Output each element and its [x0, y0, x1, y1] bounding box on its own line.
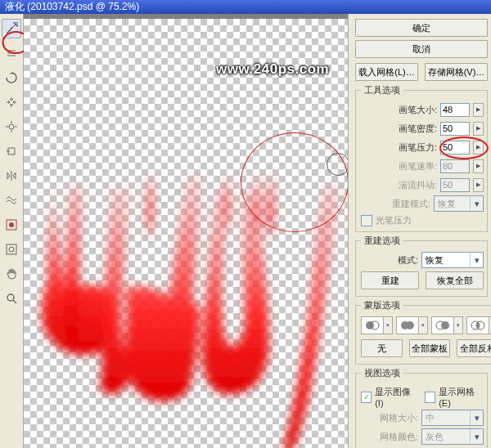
brush-density-row: 画笔密度: 50 ▶: [361, 120, 484, 137]
recon-mode-row: 重建模式: 恢复▾: [361, 195, 484, 212]
mask-mode-row: ▾ ▾ ▾ ▾: [361, 316, 491, 334]
brush-size-stepper[interactable]: ▶: [473, 103, 484, 117]
bloat-tool[interactable]: [2, 117, 21, 137]
recon-mode2-combo[interactable]: 恢复▾: [421, 252, 484, 268]
mesh-size-combo: 中▾: [421, 410, 484, 426]
turb-jitter-label: 湍流抖动:: [361, 179, 437, 191]
mirror-tool[interactable]: [2, 166, 21, 186]
tool-options-group: 工具选项 画笔大小: 48 ▶ 画笔密度: 50 ▶ 画笔压力: 50 ▶: [355, 84, 488, 232]
brush-density-stepper[interactable]: ▶: [473, 122, 484, 136]
mesh-size-value: 中: [426, 412, 435, 424]
svg-point-11: [441, 321, 449, 329]
pucker-tool[interactable]: [2, 92, 21, 112]
freeze-mask-tool[interactable]: [2, 215, 21, 235]
brush-density-input[interactable]: 50: [440, 122, 470, 136]
pen-pressure-label: 光笔压力: [376, 214, 412, 226]
svg-rect-3: [7, 244, 16, 254]
reconstruct-button[interactable]: 重建: [361, 271, 419, 289]
recon-mode2-value: 恢复: [426, 254, 444, 267]
tool-options-label: 工具选项: [361, 84, 403, 96]
zoom-tool[interactable]: [2, 289, 21, 308]
twirl-cw-tool[interactable]: [2, 68, 21, 87]
liquify-dialog: 液化 (20103742.psd @ 75.2%): [0, 0, 491, 448]
mask-group: 蒙版选项 ▾ ▾ ▾ ▾ 无 全部蒙板 全部反相: [355, 299, 491, 365]
turb-jitter-stepper: ▶: [473, 178, 484, 192]
highlight-ring-canvas: [241, 132, 348, 232]
brush-pressure-label: 画笔压力:: [361, 141, 437, 154]
recon-mode-value: 恢复: [438, 198, 456, 210]
options-panel: 确定 取消 载入网格(L)… 存储网格(V)… 工具选项 画笔大小: 48 ▶ …: [348, 14, 491, 448]
mask-intersect-icon[interactable]: [466, 316, 489, 334]
brush-size-row: 画笔大小: 48 ▶: [361, 101, 484, 118]
title-text: 液化 (20103742.psd @ 75.2%): [5, 0, 139, 14]
svg-point-0: [9, 124, 14, 129]
recon-mode-label: 重建模式:: [361, 198, 430, 210]
watermark: www.240ps.com: [216, 61, 329, 78]
mask-label: 蒙版选项: [361, 299, 403, 311]
mask-subtract-dd[interactable]: ▾: [454, 316, 463, 334]
mask-add-icon[interactable]: [396, 316, 419, 334]
pen-pressure-check: 光笔压力: [361, 214, 484, 226]
mask-all-button[interactable]: 全部蒙板: [409, 339, 451, 357]
show-image-label: 显示图像(I): [375, 386, 417, 408]
brush-rate-stepper: ▶: [473, 159, 484, 173]
mask-subtract-icon[interactable]: [431, 316, 454, 334]
mask-replace-dd[interactable]: ▾: [384, 316, 393, 334]
hand-tool[interactable]: [2, 264, 21, 284]
restore-all-button[interactable]: 恢复全部: [426, 271, 484, 289]
titlebar: 液化 (20103742.psd @ 75.2%): [0, 0, 491, 14]
svg-point-4: [9, 247, 14, 252]
push-left-tool[interactable]: [2, 141, 21, 161]
brush-rate-label: 画笔速率:: [361, 160, 437, 172]
ok-button[interactable]: 确定: [355, 19, 488, 37]
preview-canvas[interactable]: www.240ps.com: [24, 14, 348, 448]
mask-replace-icon[interactable]: [361, 316, 384, 334]
brush-rate-row: 画笔速率: 80 ▶: [361, 158, 484, 174]
mesh-color-combo: 灰色▾: [421, 428, 484, 445]
brush-pressure-input[interactable]: 50: [440, 141, 470, 155]
recon-mode2-label: 模式:: [361, 254, 418, 267]
show-image-check[interactable]: ✓显示图像(I): [361, 386, 417, 408]
show-mesh-check[interactable]: 显示网格(E): [425, 386, 484, 408]
thaw-mask-tool[interactable]: [2, 240, 21, 259]
cancel-button[interactable]: 取消: [355, 40, 488, 58]
reconstruct-group: 重建选项 模式: 恢复▾ 重建 恢复全部: [355, 235, 488, 297]
tool-strip: [0, 14, 24, 448]
turb-jitter-input: 50: [440, 178, 470, 192]
reconstruct-label: 重建选项: [361, 235, 403, 247]
brush-cursor: [327, 153, 348, 176]
brush-rate-input: 80: [440, 159, 470, 173]
mask-none-button[interactable]: 无: [361, 339, 403, 357]
svg-point-5: [7, 294, 14, 301]
brush-size-label: 画笔大小:: [361, 104, 437, 116]
mesh-color-value: 灰色: [426, 431, 444, 443]
brush-pressure-stepper[interactable]: ▶: [473, 141, 484, 155]
svg-point-2: [9, 222, 14, 227]
turb-jitter-row: 湍流抖动: 50 ▶: [361, 177, 484, 193]
brush-pressure-row: 画笔压力: 50 ▶: [361, 139, 484, 155]
brush-density-label: 画笔密度:: [361, 123, 437, 135]
view-group: 视图选项 ✓显示图像(I) 显示网格(E) 网格大小: 中▾ 网格颜色: 灰色▾…: [355, 367, 488, 448]
load-mesh-button[interactable]: 载入网格(L)…: [355, 63, 418, 81]
recon-mode-combo: 恢复▾: [434, 195, 484, 212]
brush-size-input[interactable]: 48: [440, 103, 470, 117]
svg-point-9: [406, 321, 414, 329]
svg-point-6: [366, 321, 374, 329]
view-label: 视图选项: [361, 367, 403, 379]
mask-add-dd[interactable]: ▾: [419, 316, 428, 334]
show-mesh-label: 显示网格(E): [439, 386, 484, 408]
mesh-color-label: 网格颜色:: [361, 431, 418, 443]
save-mesh-button[interactable]: 存储网格(V)…: [425, 63, 488, 81]
turbulence-tool[interactable]: [2, 190, 21, 210]
mask-invert-button[interactable]: 全部反相: [457, 339, 491, 357]
mesh-size-label: 网格大小:: [361, 412, 418, 424]
